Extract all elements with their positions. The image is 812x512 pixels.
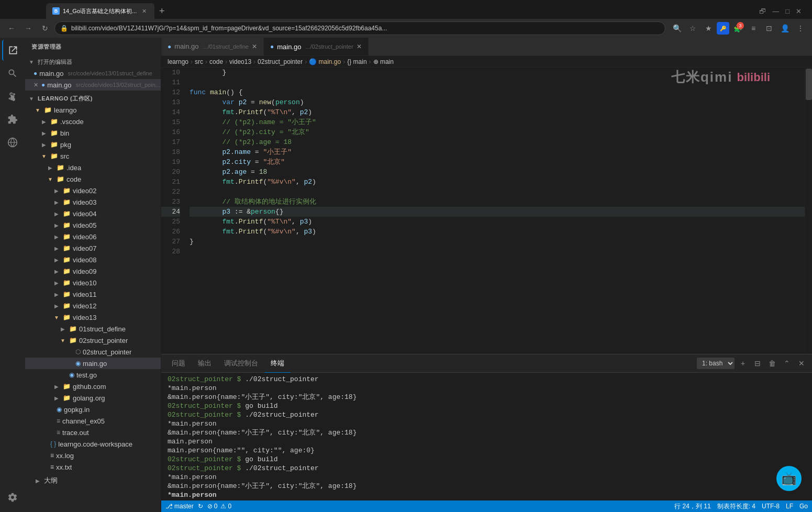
close-window[interactable]: ✕: [796, 7, 802, 15]
tree-video07[interactable]: ▶ 📁 video07: [25, 242, 161, 254]
tree-xxlog[interactable]: ▶ ≡ xx.log: [25, 450, 161, 461]
tree-02struct[interactable]: ▼ 📁 02struct_pointer: [25, 335, 161, 346]
open-editors-header[interactable]: ▼ 打开的编辑器: [25, 56, 161, 68]
bookmark-btn[interactable]: ☆: [685, 21, 700, 36]
tree-video04[interactable]: ▶ 📁 video04: [25, 208, 161, 219]
open-file-2[interactable]: ✕ ● main.go src/code/video13/02struct_po…: [25, 79, 161, 91]
tree-bin[interactable]: ▶ 📁 bin: [25, 127, 161, 139]
reload-button[interactable]: ↻: [38, 21, 52, 36]
tree-src[interactable]: ▼ 📁 src: [25, 150, 161, 162]
tree-video06[interactable]: ▶ 📁 video06: [25, 231, 161, 242]
activity-settings[interactable]: [2, 487, 23, 508]
minimize-window[interactable]: —: [772, 7, 779, 15]
tree-workspace[interactable]: ▶ { } learngo.code-workspace: [25, 438, 161, 450]
new-tab-button[interactable]: +: [154, 4, 169, 18]
tree-vscode[interactable]: ▶ 📁 .vscode: [25, 116, 161, 127]
extensions-btn[interactable]: 🧩 3: [730, 21, 745, 36]
forward-button[interactable]: →: [21, 21, 36, 36]
add-terminal-btn[interactable]: +: [737, 357, 749, 370]
search-icon-btn[interactable]: 🔍: [670, 21, 684, 36]
browser-tab-active[interactable]: B 14_Go语言基础之结构体初... ✕: [46, 3, 154, 19]
tab-close-01[interactable]: ✕: [252, 43, 257, 50]
code-content[interactable]: } func main() { var p2 = new(person) fmt…: [185, 68, 805, 354]
star-btn[interactable]: ★: [701, 21, 716, 36]
bc-video13[interactable]: video13: [229, 58, 251, 65]
tree-outline[interactable]: ▶ 大纲: [25, 475, 161, 486]
restore-btn[interactable]: 🗗: [759, 7, 766, 15]
status-branch[interactable]: ⎇ master: [165, 503, 194, 510]
status-language[interactable]: Go: [799, 503, 808, 510]
browser-tab-bar: B 14_Go语言基础之结构体初... ✕ + 🗗 — □ ✕: [0, 0, 812, 19]
bc-main-fn[interactable]: ⊕ main: [373, 58, 394, 65]
activity-search[interactable]: [2, 63, 23, 84]
bc-src[interactable]: src: [195, 58, 203, 65]
address-bar[interactable]: 🔒 bilibili.com/video/BV1ZJ411W7jG/?p=14&…: [54, 21, 665, 35]
activity-explorer[interactable]: [2, 40, 23, 61]
tree-test-go[interactable]: ▶ ◉ test.go: [25, 369, 161, 381]
panel-tab-problems[interactable]: 问题: [165, 354, 192, 373]
tree-video10[interactable]: ▶ 📁 video10: [25, 277, 161, 288]
bc-maingo[interactable]: 🔵 main.go: [309, 58, 341, 65]
tree-02struct-binary[interactable]: ▶ ⬡ 02struct_pointer: [25, 346, 161, 358]
back-button[interactable]: ←: [4, 21, 19, 36]
bc-code[interactable]: code: [209, 58, 223, 65]
reader-btn[interactable]: ≡: [746, 21, 761, 36]
menu-btn[interactable]: ⋮: [793, 21, 808, 36]
tree-github[interactable]: ▶ 📁 github.com: [25, 381, 161, 392]
tree-trace[interactable]: ▶ ≡ trace.out: [25, 427, 161, 438]
status-encoding[interactable]: UTF-8: [762, 503, 780, 510]
status-indent[interactable]: 制表符长度: 4: [717, 502, 755, 511]
tree-video12[interactable]: ▶ 📁 video12: [25, 300, 161, 311]
tree-video08[interactable]: ▶ 📁 video08: [25, 254, 161, 265]
terminal[interactable]: 02struct_pointer $ ./02struct_pointer *m…: [161, 373, 812, 500]
editor-tab-01[interactable]: ● main.go .../01struct_define ✕: [161, 38, 264, 55]
status-position[interactable]: 行 24，列 11: [674, 502, 710, 511]
tab-favicon: B: [52, 7, 60, 15]
status-errors[interactable]: ⊘ 0 ⚠ 0: [207, 503, 231, 510]
tree-channel[interactable]: ▶ ≡ channel_ex05: [25, 415, 161, 427]
close-panel-btn[interactable]: ✕: [795, 357, 808, 370]
tree-video11[interactable]: ▶ 📁 video11: [25, 288, 161, 300]
status-sync[interactable]: ↻: [198, 503, 203, 510]
tree-video02[interactable]: ▶ 📁 video02: [25, 185, 161, 196]
bash-selector[interactable]: 1: bash: [697, 358, 735, 369]
activity-extensions[interactable]: [2, 109, 23, 130]
editor-scrollbar[interactable]: [805, 68, 812, 354]
clear-terminal-btn[interactable]: 🗑: [766, 357, 778, 370]
close-icon-2[interactable]: ✕: [34, 82, 38, 88]
maximize-panel-btn[interactable]: ⌃: [781, 357, 793, 370]
bitwarden-btn[interactable]: 🔑: [717, 22, 729, 35]
tree-01struct[interactable]: ▶ 📁 01struct_define: [25, 323, 161, 335]
tree-gopkg[interactable]: ▶ ◉ gopkg.in: [25, 404, 161, 415]
open-file-1[interactable]: ● main.go src/code/video13/01struct_defi…: [25, 68, 161, 79]
bc-learngo[interactable]: learngo: [168, 58, 188, 65]
maximize-window[interactable]: □: [785, 7, 789, 15]
tree-video05[interactable]: ▶ 📁 video05: [25, 219, 161, 231]
tree-learngo[interactable]: ▼ 📁 learngo: [25, 104, 161, 116]
tree-code[interactable]: ▼ 📁 code: [25, 173, 161, 185]
activity-source-control[interactable]: [2, 86, 23, 107]
status-line-ending[interactable]: LF: [786, 503, 793, 510]
tree-xxtxt[interactable]: ▶ ≡ xx.txt: [25, 461, 161, 473]
split-terminal-btn[interactable]: ⊟: [751, 357, 764, 370]
editor-tab-02[interactable]: ● main.go .../02struct_pointer ✕: [264, 38, 369, 55]
panel-tab-terminal[interactable]: 终端: [264, 354, 291, 373]
tree-idea[interactable]: ▶ 📁 .idea: [25, 162, 161, 173]
tab-close-btn[interactable]: ✕: [140, 7, 148, 15]
bili-avatar-btn[interactable]: 📺: [776, 466, 802, 491]
tab-close-02[interactable]: ✕: [357, 43, 362, 50]
tree-main-go-active[interactable]: ▶ ◉ main.go: [25, 358, 161, 369]
tree-golang[interactable]: ▶ 📁 golang.org: [25, 392, 161, 404]
bc-02struct[interactable]: 02struct_pointer: [258, 58, 303, 65]
bc-main-braces[interactable]: {} main: [347, 58, 366, 65]
tree-pkg[interactable]: ▶ 📁 pkg: [25, 139, 161, 150]
split-btn[interactable]: ⊡: [762, 21, 776, 36]
workspace-header[interactable]: ▼ LEARNGO (工作区): [25, 93, 161, 104]
tree-video03[interactable]: ▶ 📁 video03: [25, 196, 161, 208]
tree-video09[interactable]: ▶ 📁 video09: [25, 265, 161, 277]
panel-tab-debug[interactable]: 调试控制台: [218, 354, 264, 373]
profile-btn[interactable]: 👤: [777, 21, 792, 36]
panel-tab-output[interactable]: 输出: [192, 354, 218, 373]
tree-video13[interactable]: ▼ 📁 video13: [25, 311, 161, 323]
activity-remote[interactable]: [2, 132, 23, 153]
